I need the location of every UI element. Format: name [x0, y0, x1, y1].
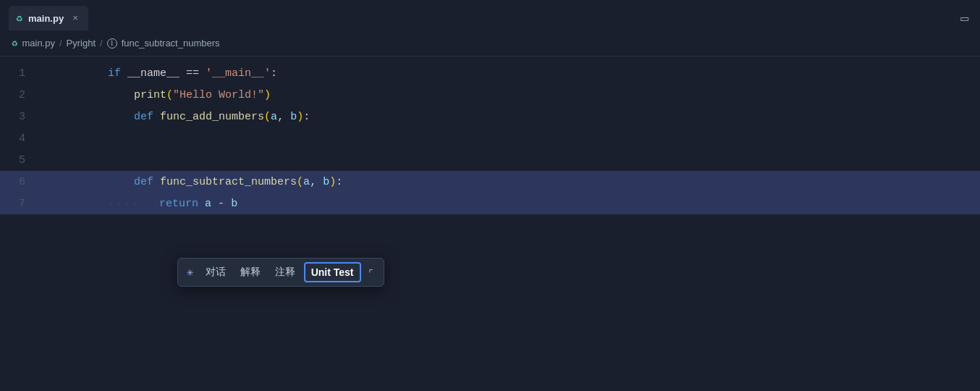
- tab-label: main.py: [28, 13, 64, 24]
- breadcrumb-sep-2: /: [100, 38, 103, 49]
- editor-container: ♻ main.py × ▭ ♻ main.py / Pyright / i fu…: [0, 0, 980, 391]
- popup-item-explain[interactable]: 解释: [235, 263, 266, 282]
- line-number-5: 5: [0, 154, 40, 167]
- line-number-7: 7: [0, 198, 40, 210]
- code-line-4: 4: [0, 127, 980, 149]
- breadcrumb-function[interactable]: func_subtract_numbers: [122, 38, 220, 49]
- tab-file-icon: ♻: [16, 12, 22, 25]
- popup-item-comment[interactable]: 注释: [269, 263, 301, 282]
- code-lines: 1 if __name__ == '__main__': 2 print("He…: [0, 62, 980, 214]
- sparkle-icon: ✳: [184, 262, 197, 282]
- code-line-7: 7 ···· return a - b: [0, 193, 980, 214]
- line-number-6: 6: [0, 176, 40, 188]
- line-number-4: 4: [0, 133, 40, 145]
- line-number-3: 3: [0, 111, 40, 123]
- tab-bar: ♻ main.py × ▭: [0, 0, 980, 30]
- breadcrumb-bar: ♻ main.py / Pyright / i func_subtract_nu…: [0, 30, 980, 56]
- info-icon: i: [107, 38, 117, 49]
- breadcrumb-sep-1: /: [59, 38, 62, 49]
- tab-main-py[interactable]: ♻ main.py ×: [9, 6, 88, 30]
- code-editor[interactable]: 1 if __name__ == '__main__': 2 print("He…: [0, 56, 980, 391]
- line-content-7: ···· return a - b: [40, 185, 980, 222]
- breadcrumb-pyright[interactable]: Pyright: [67, 38, 96, 49]
- ai-popup-menu: ✳ 对话 解释 注释 Unit Test ⌜: [177, 258, 384, 287]
- tab-close-button[interactable]: ×: [72, 13, 78, 24]
- popup-item-dialog[interactable]: 对话: [200, 263, 232, 282]
- breadcrumb-file-icon: ♻: [12, 37, 17, 49]
- line-number-2: 2: [0, 89, 40, 101]
- layout-icon[interactable]: ▭: [960, 10, 968, 26]
- popup-item-unit-test[interactable]: Unit Test: [304, 262, 361, 282]
- breadcrumb-filename[interactable]: main.py: [22, 38, 55, 49]
- line-number-1: 1: [0, 67, 40, 80]
- expand-icon[interactable]: ⌜: [364, 264, 379, 281]
